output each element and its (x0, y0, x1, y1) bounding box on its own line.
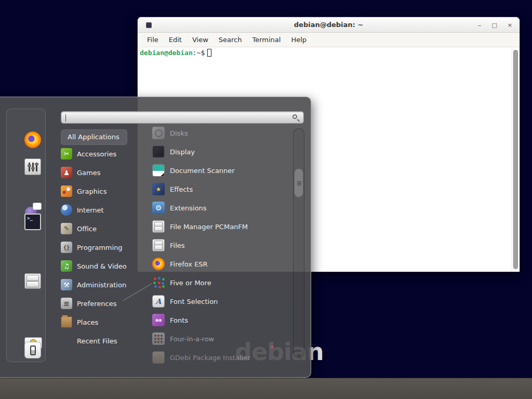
accessories-icon: ✂ (61, 148, 72, 159)
terminal-cursor (207, 49, 211, 57)
terminal-window-title: debian@debian: ~ (138, 17, 520, 33)
terminal-menubar: File Edit View Search Terminal Help (138, 33, 520, 47)
font-selection-icon: A (152, 295, 165, 308)
menu-sidebar: >_ (6, 109, 46, 362)
prompt-path: :~$ (193, 49, 205, 57)
games-icon: ♟ (61, 167, 72, 178)
extensions-gear-icon: ⚙ (152, 202, 165, 214)
all-applications-button[interactable]: All Applications (61, 129, 127, 145)
desktop: debian debian@debian: ~ ‒ □ × File Edit … (0, 0, 532, 399)
graphics-icon (61, 185, 72, 197)
file-cabinet-icon (152, 220, 165, 233)
app-document-scanner[interactable]: Document Scanner (138, 161, 294, 180)
prompt-user-host: debian@debian (140, 49, 193, 57)
mixer-launcher-icon[interactable] (24, 158, 41, 175)
app-display[interactable]: Display (138, 142, 294, 161)
scrollbar-grip (297, 181, 301, 182)
search-icon (292, 114, 297, 119)
minimize-button[interactable]: ‒ (477, 22, 481, 28)
app-four-in-a-row[interactable]: Four-in-a-row (138, 329, 294, 348)
app-list-scrollbar[interactable] (293, 128, 304, 358)
maximize-button[interactable]: □ (491, 22, 497, 28)
category-sound-video[interactable]: ♫ Sound & Video (61, 257, 139, 275)
firefox-icon (152, 258, 165, 270)
terminal-titlebar[interactable]: debian@debian: ~ ‒ □ × (138, 17, 520, 33)
category-accessories[interactable]: ✂ Accessories (61, 144, 139, 163)
category-preferences[interactable]: ≡ Preferences (61, 294, 139, 313)
internet-globe-icon (61, 204, 72, 216)
category-internet[interactable]: Internet (61, 201, 139, 219)
fonts-icon: aa (152, 314, 165, 326)
display-monitor-icon (152, 145, 165, 158)
category-office[interactable]: ✎ Office (61, 219, 139, 238)
file-cabinet-icon (152, 239, 165, 251)
terminal-launcher-icon[interactable]: >_ (24, 214, 41, 230)
terminal-scrollbar[interactable] (512, 48, 518, 271)
preferences-sliders-icon: ≡ (61, 298, 72, 309)
application-menu: >_ All Applications ✂ Accessories ♟ Game… (0, 97, 311, 378)
app-five-or-more[interactable]: Five or More (138, 273, 294, 292)
category-games[interactable]: ♟ Games (61, 163, 139, 182)
menu-search[interactable]: Search (214, 33, 247, 47)
app-extensions[interactable]: ⚙ Extensions (138, 198, 294, 217)
terminal-scrollbar-thumb[interactable] (513, 50, 518, 269)
search-caret (65, 114, 66, 122)
close-button[interactable]: × (508, 22, 512, 28)
app-firefox-esr[interactable]: Firefox ESR (138, 255, 294, 273)
programming-icon: {} (61, 242, 72, 253)
five-or-more-dots-icon (152, 276, 165, 289)
scanner-icon (152, 164, 165, 177)
firefox-launcher-icon[interactable] (24, 131, 41, 148)
shut-down-icon[interactable] (24, 342, 41, 358)
office-icon: ✎ (61, 223, 72, 234)
sound-video-icon: ♫ (61, 260, 72, 272)
administration-tools-icon: ⚒ (61, 279, 72, 290)
category-places[interactable]: Places (61, 313, 139, 331)
watermark-red-dot (271, 345, 274, 349)
category-recent-files[interactable]: Recent Files (61, 331, 139, 350)
category-programming[interactable]: {} Programming (61, 238, 139, 257)
menu-terminal[interactable]: Terminal (247, 33, 286, 47)
app-disks[interactable]: Disks (138, 124, 294, 142)
menu-file[interactable]: File (142, 33, 164, 47)
app-font-selection[interactable]: A Font Selection (138, 292, 294, 311)
category-graphics[interactable]: Graphics (61, 182, 139, 201)
app-file-manager-pcmanfm[interactable]: File Manager PCManFM (138, 217, 294, 236)
app-gdebi-package-installer[interactable]: GDebi Package Installer (138, 348, 294, 367)
disks-icon (152, 127, 165, 139)
shell-prompt: debian@debian:~$ (140, 49, 211, 64)
app-fonts[interactable]: aa Fonts (138, 311, 294, 329)
gdebi-package-icon (152, 351, 165, 364)
menu-edit[interactable]: Edit (164, 33, 187, 47)
effects-star-icon: ★ (152, 183, 165, 195)
category-administration[interactable]: ⚒ Administration (61, 275, 139, 294)
app-effects[interactable]: ★ Effects (138, 180, 294, 198)
file-manager-launcher-icon[interactable] (24, 273, 41, 289)
app-files[interactable]: Files (138, 236, 294, 255)
menu-help[interactable]: Help (286, 33, 312, 47)
taskbar: >_ 01:06 (0, 378, 532, 399)
menu-view[interactable]: View (187, 33, 214, 47)
app-list-scrollbar-thumb[interactable] (294, 168, 303, 197)
window-controls: ‒ □ × (477, 17, 512, 33)
menu-search-input[interactable] (61, 111, 304, 124)
four-in-a-row-grid-icon (152, 332, 165, 345)
places-folder-icon (61, 316, 72, 328)
